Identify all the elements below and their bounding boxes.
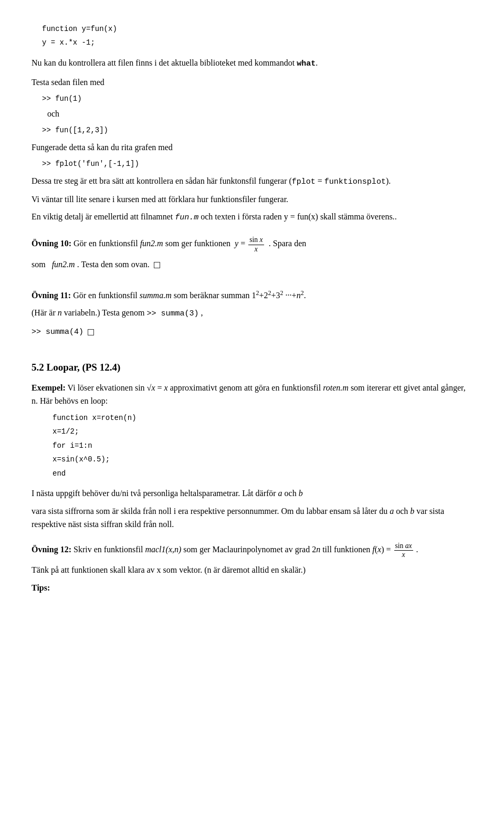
fplot-code: fplot — [292, 177, 316, 186]
ovning-10-label: Övning 10: — [32, 239, 71, 248]
ovning-11-label: Övning 11: — [32, 291, 71, 300]
ovning-11-text1: Gör en funktionsfil — [73, 291, 140, 300]
ovning-12-dot: . — [416, 545, 418, 554]
what-command: what — [297, 59, 316, 68]
ovning-10-fun2: fun2.m — [140, 239, 163, 248]
cmd-summa4: >> summa(4) — [32, 328, 83, 336]
nasta-text1: I nästa uppgift behöver du/ni två person… — [32, 489, 303, 498]
para-väntar: Vi väntar till lite senare i kursen med … — [32, 193, 472, 206]
ovning-10-text1: Gör en funktionsfil — [74, 239, 140, 248]
roten-ref: roten.m — [323, 383, 349, 392]
para-what-text: Nu kan du kontrollera att filen finns i … — [32, 58, 295, 67]
fun-m-ref: fun.m — [175, 213, 198, 222]
ovning-11-summa: summa.m — [140, 291, 172, 300]
ovning-12-block: Övning 12: Skriv en funktionsfil macl1(x… — [32, 542, 472, 595]
ovning-10-para2: som fun2.m . Testa den som ovan. — [32, 258, 472, 271]
ovning-12-para2: Tänk på att funktionen skall klara av x … — [32, 563, 472, 577]
testa-text: Testa sedan filen med — [32, 78, 104, 87]
code-roten5: end — [52, 468, 472, 479]
example-text: Vi löser ekvationen sin √x = x approxima… — [68, 383, 323, 392]
frac-den: x — [254, 245, 259, 254]
ovning-10-semicolon: . Spara den — [267, 239, 307, 248]
code-roten1: function x=roten(n) — [52, 412, 472, 424]
ovning-10-testa: . Testa den som ovan. — [77, 260, 150, 269]
page-content: function y=fun(x) y = x.*x -1; Nu kan du… — [32, 23, 472, 595]
sin-frac: sin x x — [247, 239, 267, 248]
ovning-12-text2: som ger Maclaurinpolynomet av grad 2n ti… — [183, 545, 393, 554]
ovning-10-som: som — [32, 260, 50, 269]
ovning-11-para3: >> summa(4) — [32, 324, 472, 339]
tips-label: Tips: — [32, 583, 50, 592]
code-roten-block: function x=roten(n) x=1/2; for i=1:n x=s… — [42, 412, 472, 479]
dessa-text: Dessa tre steg är ett bra sätt att kontr… — [32, 176, 287, 185]
para-testa: Testa sedan filen med — [32, 76, 472, 89]
ovning-11-para: Övning 11: Gör en funktionsfil summa.m s… — [32, 288, 472, 302]
code-top: function y=fun(x) y = x.*x -1; — [32, 23, 472, 49]
code-line-function: function y=fun(x) — [42, 23, 472, 35]
section-52-title: 5.2 Loopar, (PS 12.4) — [32, 360, 472, 375]
cmd-fun123: >> fun([1,2,3]) — [42, 124, 472, 136]
ovning-12-fun: macl1(x,n) — [145, 545, 181, 554]
example-para: Exempel: Vi löser ekvationen sin √x = x … — [32, 381, 472, 408]
code-roten4: x=sin(x^0.5); — [52, 454, 472, 465]
ovning-11-para2: (Här är n variabeln.) Testa genom >> sum… — [32, 306, 472, 320]
sin-x-frac: sin x x — [248, 236, 264, 254]
checkbox-10 — [154, 262, 160, 268]
checkbox-11 — [88, 329, 94, 335]
sinax-den: x — [401, 551, 406, 559]
funktionsplot-code: funktionsplot — [324, 177, 386, 186]
nasta-text2: vara sista siffrorna som är skilda från … — [32, 507, 444, 529]
ovning-12-text1: Skriv en funktionsfil — [74, 545, 145, 554]
ovning-11-text3: (Här är n variabeln.) Testa genom — [32, 308, 146, 317]
viktig-text1: En viktig detalj är emellertid att filna… — [32, 212, 173, 221]
para-fungerade: Fungerade detta så kan du rita grafen me… — [32, 141, 472, 154]
cmd-summa3: >> summa(3) — [146, 309, 198, 318]
ovning-10-para: Övning 10: Gör en funktionsfil fun2.m so… — [32, 236, 472, 254]
ovning-10-text2: som ger funktionen y = — [165, 239, 248, 248]
para-nasta: I nästa uppgift behöver du/ni två person… — [32, 487, 472, 500]
och-text: och — [47, 107, 472, 121]
comma-sep: , — [201, 308, 203, 317]
code-roten2: x=1/2; — [52, 426, 472, 437]
cmd-fplot: >> fplot('fun',[-1,1]) — [42, 158, 472, 170]
sin-ax-frac-el: sin ax x — [394, 542, 413, 560]
ovning-10-fun2b: fun2.m — [52, 260, 75, 269]
viktig-text2: och texten i första raden y = fun(x) ska… — [201, 212, 394, 221]
ovning-12-label: Övning 12: — [32, 545, 71, 554]
ovning-11-block: Övning 11: Gör en funktionsfil summa.m s… — [32, 288, 472, 339]
para-dessa: Dessa tre steg är ett bra sätt att kontr… — [32, 174, 472, 188]
sin-ax-frac: sin ax x — [393, 545, 416, 554]
ovning-12-para: Övning 12: Skriv en funktionsfil macl1(x… — [32, 542, 472, 560]
ovning-12-text4: Tänk på att funktionen skall klara av x … — [32, 565, 306, 574]
fungerade-text: Fungerade detta så kan du rita grafen me… — [32, 143, 173, 152]
para-nasta2: vara sista siffrorna som är skilda från … — [32, 504, 472, 531]
ovning-11-text2: som beräknar summan 12+22+32 ···+n2. — [174, 291, 306, 300]
sinax-num: sin ax — [394, 542, 413, 551]
example-label: Exempel: — [32, 383, 66, 392]
para-what: Nu kan du kontrollera att filen finns i … — [32, 56, 472, 70]
code-roten3: for i=1:n — [52, 440, 472, 451]
ovning-12-tips: Tips: — [32, 581, 472, 595]
code-line-y: y = x.*x -1; — [42, 37, 472, 48]
ovning-10-block: Övning 10: Gör en funktionsfil fun2.m so… — [32, 236, 472, 271]
para-viktig: En viktig detalj är emellertid att filna… — [32, 210, 472, 224]
frac-num: sin x — [248, 236, 264, 245]
cmd-fun1: >> fun(1) — [42, 93, 472, 104]
